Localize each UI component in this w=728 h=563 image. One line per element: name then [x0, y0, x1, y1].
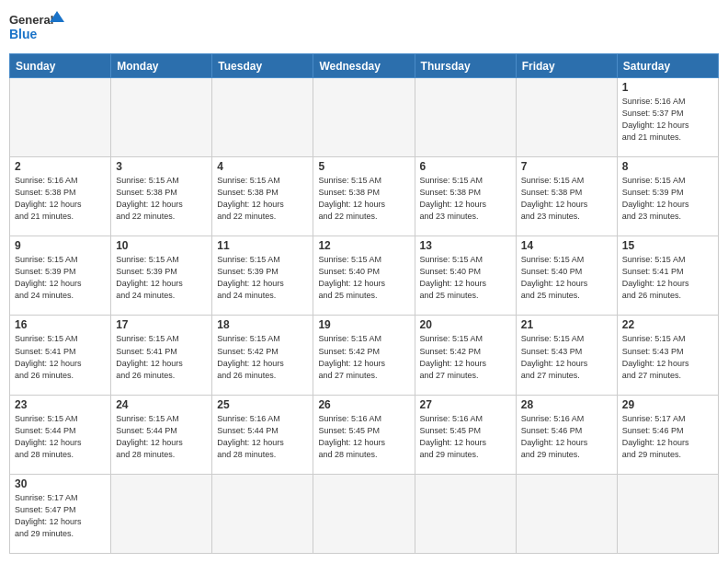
day-number: 2	[15, 160, 106, 173]
calendar-table: SundayMondayTuesdayWednesdayThursdayFrid…	[9, 53, 719, 554]
day-info: Sunrise: 5:15 AM Sunset: 5:43 PM Dayligh…	[521, 333, 612, 381]
day-info: Sunrise: 5:15 AM Sunset: 5:42 PM Dayligh…	[318, 333, 409, 381]
day-info: Sunrise: 5:16 AM Sunset: 5:45 PM Dayligh…	[420, 413, 511, 461]
calendar-cell: 10Sunrise: 5:15 AM Sunset: 5:39 PM Dayli…	[111, 236, 212, 316]
svg-text:Blue: Blue	[9, 27, 38, 41]
day-number: 1	[622, 81, 713, 94]
weekday-header: Thursday	[415, 54, 516, 78]
day-info: Sunrise: 5:16 AM Sunset: 5:44 PM Dayligh…	[217, 413, 308, 461]
weekday-header: Sunday	[10, 54, 111, 78]
calendar-cell	[10, 78, 111, 157]
day-info: Sunrise: 5:15 AM Sunset: 5:39 PM Dayligh…	[15, 254, 106, 302]
day-number: 8	[622, 160, 713, 173]
calendar-cell: 20Sunrise: 5:15 AM Sunset: 5:42 PM Dayli…	[415, 316, 516, 395]
day-info: Sunrise: 5:15 AM Sunset: 5:40 PM Dayligh…	[521, 254, 612, 302]
day-info: Sunrise: 5:15 AM Sunset: 5:44 PM Dayligh…	[15, 413, 106, 461]
day-number: 24	[116, 398, 207, 411]
calendar-cell	[212, 474, 313, 553]
day-info: Sunrise: 5:15 AM Sunset: 5:38 PM Dayligh…	[521, 175, 612, 223]
day-number: 6	[420, 160, 511, 173]
day-number: 25	[217, 398, 308, 411]
calendar-cell: 27Sunrise: 5:16 AM Sunset: 5:45 PM Dayli…	[415, 395, 516, 474]
day-info: Sunrise: 5:15 AM Sunset: 5:40 PM Dayligh…	[420, 254, 511, 302]
day-number: 11	[217, 239, 308, 252]
day-info: Sunrise: 5:15 AM Sunset: 5:41 PM Dayligh…	[622, 254, 713, 302]
logo-icon: General Blue	[9, 9, 64, 48]
calendar-cell: 14Sunrise: 5:15 AM Sunset: 5:40 PM Dayli…	[516, 236, 617, 316]
calendar-cell	[313, 474, 415, 553]
calendar-cell	[415, 78, 516, 157]
day-info: Sunrise: 5:15 AM Sunset: 5:38 PM Dayligh…	[217, 175, 308, 223]
calendar-cell: 26Sunrise: 5:16 AM Sunset: 5:45 PM Dayli…	[313, 395, 415, 474]
logo: General Blue	[9, 9, 64, 48]
calendar-cell: 30Sunrise: 5:17 AM Sunset: 5:47 PM Dayli…	[10, 474, 111, 553]
day-number: 29	[622, 398, 713, 411]
header: General Blue	[9, 9, 719, 48]
day-info: Sunrise: 5:17 AM Sunset: 5:47 PM Dayligh…	[15, 492, 106, 540]
day-number: 13	[420, 239, 511, 252]
day-info: Sunrise: 5:15 AM Sunset: 5:40 PM Dayligh…	[318, 254, 409, 302]
calendar-cell: 1Sunrise: 5:16 AM Sunset: 5:37 PM Daylig…	[617, 78, 718, 157]
calendar-cell: 8Sunrise: 5:15 AM Sunset: 5:39 PM Daylig…	[617, 157, 718, 236]
day-number: 14	[521, 239, 612, 252]
calendar-cell: 7Sunrise: 5:15 AM Sunset: 5:38 PM Daylig…	[516, 157, 617, 236]
calendar-cell: 24Sunrise: 5:15 AM Sunset: 5:44 PM Dayli…	[111, 395, 212, 474]
day-info: Sunrise: 5:16 AM Sunset: 5:38 PM Dayligh…	[15, 175, 106, 223]
calendar-cell: 11Sunrise: 5:15 AM Sunset: 5:39 PM Dayli…	[212, 236, 313, 316]
weekday-header: Monday	[111, 54, 212, 78]
day-number: 22	[622, 318, 713, 331]
day-info: Sunrise: 5:15 AM Sunset: 5:39 PM Dayligh…	[217, 254, 308, 302]
day-info: Sunrise: 5:15 AM Sunset: 5:38 PM Dayligh…	[420, 175, 511, 223]
calendar-cell: 3Sunrise: 5:15 AM Sunset: 5:38 PM Daylig…	[111, 157, 212, 236]
calendar-cell: 16Sunrise: 5:15 AM Sunset: 5:41 PM Dayli…	[10, 316, 111, 395]
day-number: 7	[521, 160, 612, 173]
calendar-cell: 25Sunrise: 5:16 AM Sunset: 5:44 PM Dayli…	[212, 395, 313, 474]
day-number: 16	[15, 318, 106, 331]
day-info: Sunrise: 5:16 AM Sunset: 5:45 PM Dayligh…	[318, 413, 409, 461]
day-info: Sunrise: 5:16 AM Sunset: 5:46 PM Dayligh…	[521, 413, 612, 461]
day-info: Sunrise: 5:15 AM Sunset: 5:38 PM Dayligh…	[116, 175, 207, 223]
day-info: Sunrise: 5:15 AM Sunset: 5:41 PM Dayligh…	[15, 333, 106, 381]
calendar-cell: 21Sunrise: 5:15 AM Sunset: 5:43 PM Dayli…	[516, 316, 617, 395]
calendar-cell: 15Sunrise: 5:15 AM Sunset: 5:41 PM Dayli…	[617, 236, 718, 316]
day-number: 18	[217, 318, 308, 331]
day-info: Sunrise: 5:16 AM Sunset: 5:37 PM Dayligh…	[622, 96, 713, 144]
weekday-header: Tuesday	[212, 54, 313, 78]
calendar-cell	[111, 78, 212, 157]
day-info: Sunrise: 5:15 AM Sunset: 5:42 PM Dayligh…	[420, 333, 511, 381]
calendar-cell: 5Sunrise: 5:15 AM Sunset: 5:38 PM Daylig…	[313, 157, 415, 236]
day-number: 21	[521, 318, 612, 331]
day-number: 17	[116, 318, 207, 331]
calendar-cell	[516, 474, 617, 553]
day-info: Sunrise: 5:15 AM Sunset: 5:43 PM Dayligh…	[622, 333, 713, 381]
day-info: Sunrise: 5:15 AM Sunset: 5:39 PM Dayligh…	[116, 254, 207, 302]
weekday-header: Friday	[516, 54, 617, 78]
day-number: 26	[318, 398, 409, 411]
day-number: 10	[116, 239, 207, 252]
calendar-cell: 2Sunrise: 5:16 AM Sunset: 5:38 PM Daylig…	[10, 157, 111, 236]
day-info: Sunrise: 5:15 AM Sunset: 5:39 PM Dayligh…	[622, 175, 713, 223]
calendar-cell	[313, 78, 415, 157]
day-number: 9	[15, 239, 106, 252]
calendar-cell: 19Sunrise: 5:15 AM Sunset: 5:42 PM Dayli…	[313, 316, 415, 395]
calendar-cell	[516, 78, 617, 157]
calendar-cell	[415, 474, 516, 553]
day-info: Sunrise: 5:15 AM Sunset: 5:42 PM Dayligh…	[217, 333, 308, 381]
day-info: Sunrise: 5:15 AM Sunset: 5:41 PM Dayligh…	[116, 333, 207, 381]
day-number: 28	[521, 398, 612, 411]
calendar-cell: 29Sunrise: 5:17 AM Sunset: 5:46 PM Dayli…	[617, 395, 718, 474]
weekday-header: Saturday	[617, 54, 718, 78]
calendar-cell	[617, 474, 718, 553]
calendar-cell: 18Sunrise: 5:15 AM Sunset: 5:42 PM Dayli…	[212, 316, 313, 395]
calendar-cell: 12Sunrise: 5:15 AM Sunset: 5:40 PM Dayli…	[313, 236, 415, 316]
day-number: 5	[318, 160, 409, 173]
day-number: 3	[116, 160, 207, 173]
day-number: 30	[15, 477, 106, 490]
calendar-cell: 23Sunrise: 5:15 AM Sunset: 5:44 PM Dayli…	[10, 395, 111, 474]
day-number: 19	[318, 318, 409, 331]
day-number: 4	[217, 160, 308, 173]
svg-text:General: General	[9, 13, 53, 27]
day-info: Sunrise: 5:15 AM Sunset: 5:38 PM Dayligh…	[318, 175, 409, 223]
day-info: Sunrise: 5:17 AM Sunset: 5:46 PM Dayligh…	[622, 413, 713, 461]
day-info: Sunrise: 5:15 AM Sunset: 5:44 PM Dayligh…	[116, 413, 207, 461]
